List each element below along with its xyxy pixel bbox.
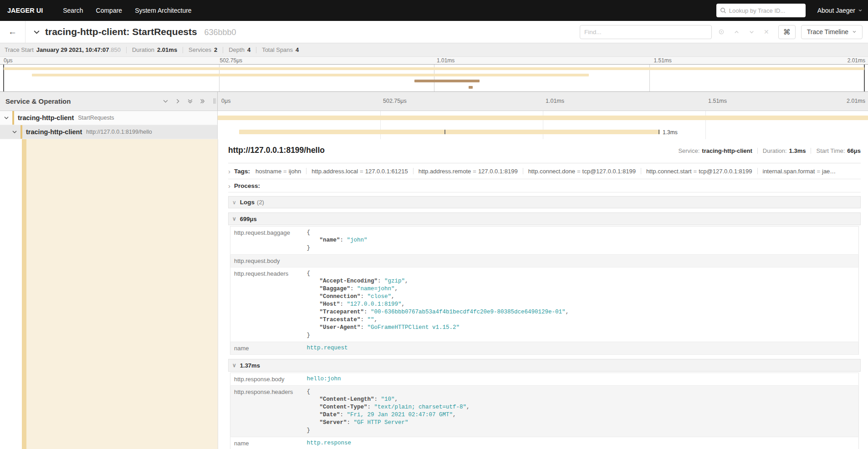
tags-label: Tags:: [234, 168, 250, 175]
span-service-name: tracing-http-client: [26, 128, 82, 136]
span-duration-label: 1.3ms: [663, 129, 678, 136]
tick-label: 0μs: [4, 57, 13, 64]
table-row: http.request.baggage{"name": "john"}: [230, 227, 859, 255]
span-timeline-cell[interactable]: [218, 111, 868, 125]
field-key: http.request.baggage: [230, 227, 303, 255]
log-fields-table: http.response.bodyhello:johnhttp.respons…: [230, 373, 859, 449]
field-key: http.request.body: [230, 255, 303, 267]
span-duration-bar[interactable]: [239, 130, 660, 134]
find-input[interactable]: [584, 29, 707, 35]
trace-summary-bar: Trace StartJanuary 29 2021, 10:47:07.850…: [0, 43, 868, 57]
tick-label: 1.01ms: [546, 98, 564, 104]
back-button[interactable]: ←: [0, 21, 26, 43]
find-tools: ✕: [718, 28, 769, 35]
log-timestamp: 1.37ms: [240, 362, 260, 369]
log-timestamp-accordion[interactable]: ∨699μs: [228, 212, 861, 225]
collapse-all-icon[interactable]: [187, 98, 193, 104]
span-log-marker[interactable]: [444, 130, 445, 134]
divider: [126, 47, 127, 53]
trace-id-lookup[interactable]: [716, 4, 806, 17]
minimap-span-bar: [469, 86, 473, 89]
span-detail-header: http://127.0.0.1:8199/hello Service:trac…: [228, 146, 861, 159]
log-group: ∨699μshttp.request.baggage{"name": "john…: [228, 212, 861, 355]
tick-label: 2.01ms: [848, 57, 865, 64]
span-log-marker[interactable]: [659, 130, 659, 134]
span-operation-title: http://127.0.0.1:8199/hello: [228, 146, 325, 155]
span-color-band: [22, 139, 26, 449]
collapse-trace-header-button[interactable]: [33, 28, 41, 36]
chevron-down-icon[interactable]: [4, 115, 9, 121]
span-operation-name: http://127.0.0.1:8199/hello: [86, 129, 152, 135]
divider: [256, 47, 256, 53]
span-detail-panel: http://127.0.0.1:8199/hello Service:trac…: [218, 139, 868, 449]
divider: [223, 47, 223, 53]
nav-item-system-architecture[interactable]: System Architecture: [128, 7, 198, 14]
about-jaeger-label: About Jaeger: [817, 7, 855, 14]
logs-accordion[interactable]: ∨ Logs (2): [228, 196, 861, 208]
nav-item-search[interactable]: Search: [56, 7, 89, 14]
summary-value: 4: [247, 46, 250, 53]
field-text-value: http.request: [307, 345, 348, 351]
chevron-down-icon: [852, 30, 857, 34]
tags-accordion[interactable]: › Tags: hostname=ijohnhttp.address.local…: [228, 163, 861, 179]
trace-header-controls: ✕ ⌘ Trace Timeline: [580, 25, 868, 39]
log-timestamp-accordion[interactable]: ∨1.37ms: [228, 359, 861, 372]
tick-label: 2.01ms: [847, 98, 865, 104]
process-accordion[interactable]: › Process:: [228, 179, 861, 192]
span-meta: Service:tracing-http-clientDuration:1.3m…: [678, 147, 861, 154]
about-jaeger-menu[interactable]: About Jaeger: [817, 7, 863, 14]
trace-title: tracing-http-client: StartRequests 636bb…: [45, 26, 236, 37]
meta-value: 66μs: [847, 147, 861, 154]
trace-view-selector[interactable]: Trace Timeline: [801, 25, 863, 39]
divider: [306, 168, 306, 174]
chevron-right-icon: ›: [228, 182, 230, 189]
field-value: http.response: [303, 437, 859, 449]
span-timeline-cell[interactable]: 1.3ms: [218, 125, 868, 139]
minimap-span-bar: [32, 74, 589, 76]
command-icon: ⌘: [783, 28, 791, 36]
meta-label: Duration:: [763, 147, 787, 154]
field-key: http.request.headers: [230, 267, 303, 342]
tag-item: http.address.remote=127.0.0.1:8199: [419, 168, 518, 175]
prev-match-icon[interactable]: [734, 29, 740, 35]
minimap-span-bar: [4, 67, 864, 70]
tag-item: internal.span.format=jae…: [763, 168, 836, 175]
chevron-down-icon[interactable]: [12, 129, 17, 135]
timeline-tick-labels: 0μs502.75μs1.01ms1.51ms2.01ms: [218, 92, 868, 111]
expand-all-icon[interactable]: [199, 98, 205, 104]
collapse-one-icon[interactable]: [163, 98, 168, 104]
back-arrow-icon: ←: [8, 27, 17, 37]
span-name-cell[interactable]: tracing-http-clienthttp://127.0.0.1:8199…: [0, 125, 218, 139]
field-value: hello:john: [303, 373, 859, 386]
tick-label: 502.75μs: [220, 57, 243, 64]
meta-label: Service:: [678, 147, 700, 154]
trace-id-lookup-input[interactable]: [729, 7, 802, 14]
timeline-minimap[interactable]: [0, 65, 868, 92]
expand-one-icon[interactable]: [175, 98, 181, 104]
field-value: http.request: [303, 342, 859, 355]
table-row: http.request.body: [230, 255, 859, 267]
collapse-controls: [163, 98, 214, 104]
chevron-right-icon: ›: [228, 168, 230, 175]
next-match-icon[interactable]: [749, 29, 755, 35]
span-duration-bar[interactable]: [218, 116, 868, 120]
splitter-grip[interactable]: [214, 98, 216, 104]
trace-header: ← tracing-http-client: StartRequests 636…: [0, 21, 868, 43]
summary-label: Duration: [132, 46, 154, 53]
keyboard-shortcuts-button[interactable]: ⌘: [778, 25, 796, 39]
tick-label: 0μs: [221, 98, 230, 104]
field-key: name: [230, 437, 303, 449]
field-key: http.response.body: [230, 373, 303, 386]
span-row: tracing-http-clientStartRequests: [0, 111, 868, 125]
nav-item-compare[interactable]: Compare: [90, 7, 129, 14]
span-name-cell[interactable]: tracing-http-clientStartRequests: [0, 111, 218, 125]
field-value: [303, 255, 859, 267]
field-value: {"name": "john"}: [303, 227, 859, 255]
summary-value: 2.01ms: [157, 46, 177, 53]
jaeger-logo[interactable]: JAEGER UI: [7, 7, 43, 14]
chevron-down-icon: ∨: [232, 216, 236, 222]
clear-find-icon[interactable]: ✕: [764, 28, 769, 35]
minimap-canvas[interactable]: [4, 65, 864, 91]
logs-count: (2): [257, 199, 264, 206]
focus-match-icon[interactable]: [718, 29, 725, 35]
